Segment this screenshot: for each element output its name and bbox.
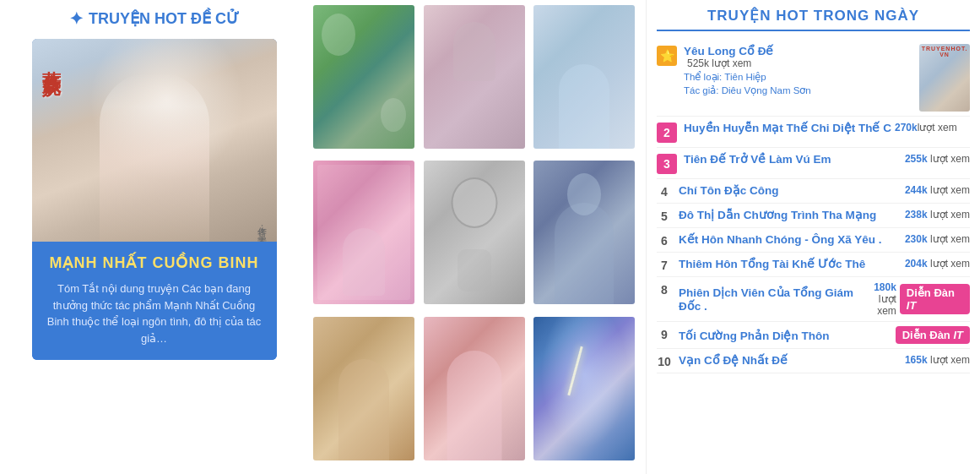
hot-title-5[interactable]: Đô Thị Dẫn Chương Trình Tha Mạng (679, 208, 876, 221)
hot-title-6[interactable]: Kết Hôn Nhanh Chóng - Ông Xã Yêu . (679, 232, 882, 246)
hot-item-3: 3 Tiên Đế Trở Về Làm Vú Em 255k lượt xem (657, 148, 970, 179)
hot-views-2: 270klượt xem (895, 122, 957, 133)
hot-item-8: 8 Phiên Dịch Viên Của Tổng Giám Đốc . 18… (657, 277, 970, 322)
compass-icon: ✦ (69, 8, 84, 29)
hot-title-10[interactable]: Vạn Cổ Đệ Nhất Đế (679, 353, 788, 367)
hot-views-10: 165k lượt xem (791, 354, 970, 366)
thumbnail-5[interactable] (424, 161, 525, 304)
featured-book-image: 蔷薇妖娆 作者：青零 (32, 39, 277, 242)
thumbnail-7[interactable] (313, 317, 414, 460)
hot-title-2[interactable]: Huyền Huyễn Mạt Thế Chi Diệt Thế C (684, 121, 891, 134)
thumbnail-3[interactable] (533, 5, 635, 149)
hot-title-9[interactable]: Tối Cường Phản Diện Thôn (679, 329, 829, 342)
rank-badge-2: 2 (657, 123, 677, 143)
hot-content-7: Thiêm Hôn Tổng Tài Khế Ước Thê 204k lượt… (679, 257, 970, 270)
hot-content-9: Tối Cường Phản Diện Thôn Diễn Đàn IT (679, 326, 970, 344)
thumbnail-grid (308, 0, 646, 474)
left-panel: ✦ TRUYỆN HOT ĐỀ CỬ 蔷薇妖娆 作者：青零 MẠNH NHẤT … (0, 0, 308, 474)
hot-content-8: Phiên Dịch Viên Của Tổng Giám Đốc . 180k… (679, 281, 970, 317)
rank-num-7: 7 (657, 259, 672, 272)
hot-thumb-1: TRUYENHOT. VN (919, 44, 970, 112)
thumbnail-2[interactable] (424, 5, 525, 149)
rank-num-8: 8 (657, 283, 672, 297)
rank-badge-1: ⭐ (657, 46, 677, 66)
hot-meta-genre-1: Thể loại: Tiên Hiệp (684, 71, 912, 83)
rank-num-5: 5 (657, 210, 672, 223)
book-cover-chinese-title: 蔷薇妖娆 (39, 56, 64, 66)
hot-item-10: 10 Vạn Cổ Đệ Nhất Đế 165k lượt xem (657, 349, 970, 373)
hot-views-1: 525k lượt xem (687, 57, 912, 69)
hot-views-6: 230k lượt xem (885, 233, 971, 245)
hot-content-5: Đô Thị Dẫn Chương Trình Tha Mạng 238k lư… (679, 208, 970, 221)
hot-title-4[interactable]: Chí Tôn Đặc Công (679, 183, 778, 197)
book-cover-author: 作者：青零 (256, 220, 268, 229)
thumbnail-8[interactable] (424, 317, 525, 460)
hot-title-1[interactable]: Yêu Long Cổ Đế (684, 44, 774, 57)
right-panel: TRUYỆN HOT TRONG NGÀY ⭐ Yêu Long Cổ Đế 5… (646, 0, 980, 474)
hot-item-5: 5 Đô Thị Dẫn Chương Trình Tha Mạng 238k … (657, 204, 970, 228)
hot-item-2: 2 Huyền Huyễn Mạt Thế Chi Diệt Thế C 270… (657, 117, 970, 148)
featured-book-description: Tóm Tắt nội dung truyện Các bạn đang thư… (46, 281, 263, 346)
thumbnail-1[interactable] (313, 5, 414, 149)
thumbnail-6[interactable] (533, 161, 635, 304)
hot-content-4: Chí Tôn Đặc Công 244k lượt xem (679, 183, 970, 197)
rank-num-6: 6 (657, 234, 672, 248)
hot-title-7[interactable]: Thiêm Hôn Tổng Tài Khế Ước Thê (679, 257, 865, 270)
hot-item-7: 7 Thiêm Hôn Tổng Tài Khế Ước Thê 204k lư… (657, 253, 970, 277)
hot-content-10: Vạn Cổ Đệ Nhất Đế 165k lượt xem (679, 353, 970, 367)
hot-title-3[interactable]: Tiên Đế Trở Về Làm Vú Em (684, 152, 831, 166)
rank-num-10: 10 (657, 355, 672, 368)
featured-book-title[interactable]: MẠNH NHẤT CUỒNG BINH (46, 253, 263, 272)
thumbnail-9[interactable] (533, 317, 635, 460)
hot-item-1: ⭐ Yêu Long Cổ Đế 525k lượt xem Thể loại:… (657, 40, 970, 117)
hot-views-3: 255k lượt xem (835, 153, 970, 165)
diendanit-badge-9: Diễn Đàn IT (896, 326, 970, 344)
hot-views-7: 204k lượt xem (869, 258, 970, 270)
hot-meta-author-1: Tác giả: Diêu Vọng Nam Sơn (684, 84, 912, 96)
hot-content-6: Kết Hôn Nhanh Chóng - Ông Xã Yêu . 230k … (679, 232, 970, 246)
hot-item-9: 9 Tối Cường Phản Diện Thôn Diễn Đàn IT (657, 322, 970, 349)
hot-item-6: 6 Kết Hôn Nhanh Chóng - Ông Xã Yêu . 230… (657, 228, 970, 253)
left-section-title: ✦ TRUYỆN HOT ĐỀ CỬ (69, 8, 239, 29)
hot-views-5: 238k lượt xem (880, 209, 970, 221)
right-section-title: TRUYỆN HOT TRONG NGÀY (657, 7, 970, 31)
diendanit-badge-8: Diễn Đàn IT (900, 284, 970, 314)
rank-num-9: 9 (657, 328, 672, 341)
hot-list: ⭐ Yêu Long Cổ Đế 525k lượt xem Thể loại:… (657, 40, 970, 373)
hot-item-4: 4 Chí Tôn Đặc Công 244k lượt xem (657, 179, 970, 204)
hot-title-8[interactable]: Phiên Dịch Viên Của Tổng Giám Đốc . (679, 286, 870, 313)
thumbnail-4[interactable] (313, 161, 414, 304)
featured-book-card[interactable]: 蔷薇妖娆 作者：青零 MẠNH NHẤT CUỒNG BINH Tóm Tắt … (32, 39, 277, 360)
hot-content-2: Huyền Huyễn Mạt Thế Chi Diệt Thế C 270kl… (684, 121, 970, 134)
hot-content-3: Tiên Đế Trở Về Làm Vú Em 255k lượt xem (684, 152, 970, 166)
rank-badge-3: 3 (657, 154, 677, 174)
rank-num-4: 4 (657, 185, 672, 199)
hot-views-4: 244k lượt xem (782, 184, 970, 196)
featured-book-info: MẠNH NHẤT CUỒNG BINH Tóm Tắt nội dung tr… (32, 242, 277, 360)
hot-views-8: 180k lượt xem (874, 281, 896, 317)
